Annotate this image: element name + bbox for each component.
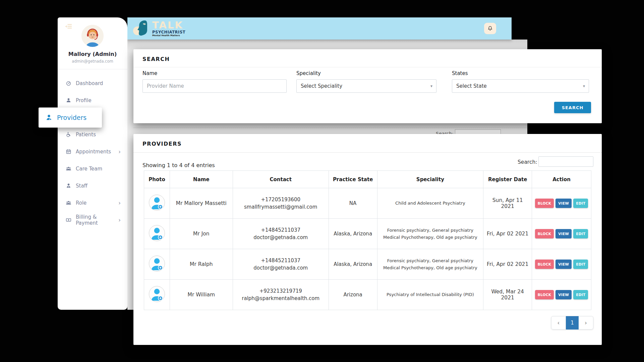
pagination-next-button[interactable]: › (579, 316, 593, 330)
sidebar-collapse-button[interactable] (65, 23, 72, 30)
header-bar: TALK PSYCHIATRIST Mental Health Matters (127, 17, 512, 40)
sidebar-item-label: Dashboard (76, 80, 103, 86)
divider (58, 69, 127, 69)
sidebar-item-role[interactable]: Role› (58, 194, 127, 211)
provider-photo-icon (149, 286, 165, 302)
column-header-contact[interactable]: Contact (233, 171, 329, 188)
speciality-field-label: Speciality (296, 70, 321, 76)
block-button[interactable]: BLOCK (535, 260, 554, 269)
sidebar-item-label: Appointments (76, 149, 111, 155)
register-date-cell: Fri, Apr 02 2021 (483, 219, 532, 249)
column-header-register-date[interactable]: Register Date (483, 171, 532, 188)
practice-state-cell: NA (329, 188, 377, 219)
action-cell: BLOCKVIEWEDIT (532, 249, 591, 280)
name-cell: Mr Jon (170, 219, 233, 249)
table-info: Showing 1 to 4 of 4 entries (142, 162, 215, 168)
table-row: Mr Mallory Massetti+17205193600 smallfry… (144, 188, 591, 219)
speciality-select[interactable]: Select Speciality ▾ (296, 79, 436, 93)
practice-state-cell: Alaska, Arizona (329, 249, 377, 280)
column-header-practice-state[interactable]: Practice State (329, 171, 377, 188)
table-row: Mr William+923213219719 ralph@sparkmenta… (144, 280, 591, 310)
notifications-button[interactable] (484, 23, 496, 34)
app-logo: TALK PSYCHIATRIST Mental Health Matters (133, 19, 185, 38)
edit-button[interactable]: EDIT (573, 199, 588, 208)
providers-panel: PROVIDERS Showing 1 to 4 of 4 entries Se… (133, 134, 602, 345)
name-cell: Mr Mallory Massetti (170, 188, 233, 219)
photo-cell (144, 219, 170, 249)
divider (133, 67, 602, 67)
practice-state-cell: Alaska, Arizona (329, 219, 377, 249)
provider-photo-icon (149, 225, 165, 241)
action-cell: BLOCKVIEWEDIT (532, 280, 591, 310)
photo-cell (144, 188, 170, 219)
providers-table: PhotoNameContactPractice StateSpeciality… (144, 170, 591, 310)
pagination-prev-button[interactable]: ‹ (551, 316, 566, 330)
sidebar-item-appointments[interactable]: Appointments› (58, 143, 127, 160)
sidebar-item-staff[interactable]: Staff (58, 177, 127, 194)
column-header-speciality[interactable]: Speciality (377, 171, 483, 188)
sidebar-item-label: Billing & Payment (76, 214, 118, 226)
register-date-cell: Sun, Apr 11 2021 (483, 188, 532, 219)
gauge-icon (66, 80, 71, 86)
block-button[interactable]: BLOCK (535, 199, 554, 208)
edit-button[interactable]: EDIT (573, 260, 588, 269)
provider-photo-icon (149, 255, 165, 272)
logo-face-icon (133, 19, 152, 38)
action-cell: BLOCKVIEWEDIT (532, 219, 591, 249)
sidebar: Mallory (Admin) admin@getnada.com Dashbo… (58, 17, 127, 310)
name-field-label: Name (142, 70, 157, 76)
chevron-right-icon: › (118, 200, 121, 206)
speciality-cell: Psychiatry of Intellectual Disability (P… (377, 280, 483, 310)
search-panel-title: SEARCH (142, 56, 170, 62)
divider (133, 152, 602, 153)
column-header-action[interactable]: Action (532, 171, 591, 188)
sidebar-item-providers[interactable]: Providers (39, 107, 102, 128)
register-date-cell: Fri, Apr 02 2021 (483, 249, 532, 280)
practice-state-cell: Arizona (329, 280, 377, 310)
wheelchair-icon (66, 132, 71, 137)
sidebar-item-label: Care Team (76, 166, 102, 172)
chevron-down-icon: ▾ (430, 84, 432, 88)
edit-button[interactable]: EDIT (573, 290, 588, 299)
speciality-cell: Child and Adolescent Psychiatry (377, 188, 483, 219)
pagination-page-1[interactable]: 1 (566, 316, 579, 330)
sidebar-item-profile[interactable]: Profile (58, 92, 127, 109)
speciality-cell: Forensic psychiatry, General psychiatry … (377, 219, 483, 249)
name-cell: Mr Ralph (170, 249, 233, 280)
search-button[interactable]: SEARCH (554, 102, 591, 113)
sidebar-item-label: Patients (76, 132, 96, 138)
block-button[interactable]: BLOCK (535, 229, 554, 238)
column-header-photo[interactable]: Photo (144, 171, 170, 188)
photo-cell (144, 280, 170, 310)
staff-icon (66, 183, 71, 189)
sidebar-nav: DashboardProfileProvidersPatientsAppoint… (58, 75, 127, 228)
view-button[interactable]: VIEW (555, 290, 572, 299)
action-cell: BLOCKVIEWEDIT (532, 188, 591, 219)
photo-cell (144, 249, 170, 280)
sidebar-item-billing-payment[interactable]: Billing & Payment› (58, 211, 127, 228)
provider-name-input[interactable] (142, 79, 287, 93)
table-header-row: PhotoNameContactPractice StateSpeciality… (144, 171, 591, 188)
logo-subtitle: PSYCHIATRIST (152, 30, 185, 34)
contact-cell: +17205193600 smallfrymassetti@gmail.com (233, 188, 329, 219)
speciality-select-value: Select Speciality (301, 83, 342, 89)
sidebar-item-dashboard[interactable]: Dashboard (58, 75, 127, 92)
column-header-name[interactable]: Name (170, 171, 233, 188)
view-button[interactable]: VIEW (555, 229, 572, 238)
table-search-label: Search: (518, 159, 537, 165)
view-button[interactable]: VIEW (555, 199, 572, 208)
collapse-menu-icon (65, 23, 72, 29)
user-email: admin@getnada.com (58, 59, 127, 64)
sidebar-item-patients[interactable]: Patients (58, 126, 127, 143)
state-select[interactable]: Select State ▾ (452, 79, 589, 93)
screen: PROVIDERS Search: TALK PSYCHIATRIST Ment… (0, 0, 644, 362)
edit-button[interactable]: EDIT (573, 229, 588, 238)
user-name: Mallory (Admin) (58, 51, 127, 57)
sidebar-item-care-team[interactable]: Care Team (58, 160, 127, 177)
calendar-icon (66, 149, 71, 154)
table-search-input[interactable] (538, 156, 593, 167)
table-row: Mr Jon+14845211037 doctor@getnada.comAla… (144, 219, 591, 249)
block-button[interactable]: BLOCK (535, 290, 554, 299)
view-button[interactable]: VIEW (555, 260, 572, 269)
table-row: Mr Ralph+14845211037 doctor@getnada.comA… (144, 249, 591, 280)
